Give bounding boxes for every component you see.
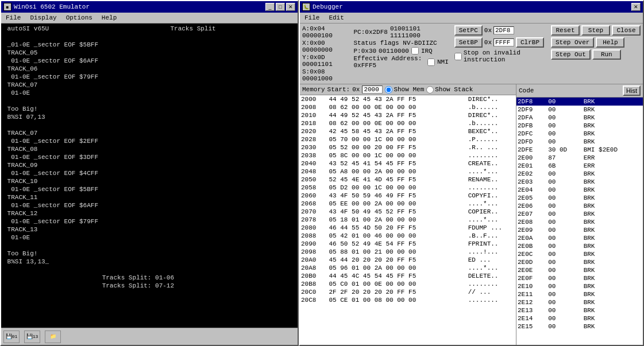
code-addr-cell: 2E15 bbox=[516, 322, 547, 331]
mem-bytes-cell: 2F 2F 20 20 20 20 FF F5 bbox=[327, 288, 466, 296]
mem-ascii-cell: .b...... bbox=[467, 103, 516, 111]
mem-addr-cell: 20A8 bbox=[300, 264, 327, 272]
show-stack-radio-label[interactable]: Show Stack bbox=[426, 86, 473, 94]
clrbp-button[interactable]: ClrBP bbox=[516, 37, 544, 48]
dbg-close-button[interactable]: ✕ bbox=[631, 3, 641, 11]
code-instr-cell: BRK bbox=[583, 306, 643, 314]
memory-row: 2018 08 62 00 00 0E 00 00 00 .b...... bbox=[300, 119, 516, 127]
reset-button[interactable]: Reset bbox=[551, 25, 580, 36]
emulator-title: WinOsi 6502 Emulator bbox=[14, 3, 90, 10]
step-button[interactable]: Step bbox=[581, 25, 610, 36]
close-main-button[interactable]: Close bbox=[612, 25, 641, 36]
mem-addr-cell: 2070 bbox=[300, 208, 327, 216]
memory-row: 2090 46 50 52 49 4E 54 FF F5 FPRINT.. bbox=[300, 240, 516, 248]
code-addr-cell: 2DF8 bbox=[516, 98, 547, 106]
mem-addr-cell: 2080 bbox=[300, 224, 327, 232]
show-mem-radio[interactable] bbox=[385, 86, 392, 94]
code-instr-cell: BRK bbox=[583, 98, 643, 106]
code-addr-cell: 2DFB bbox=[516, 122, 547, 130]
help-button[interactable]: Help bbox=[596, 37, 624, 48]
code-row: 2E06 00 BRK bbox=[516, 202, 643, 210]
irq-checkbox[interactable] bbox=[411, 47, 419, 55]
code-byte-cell: 00 bbox=[547, 114, 582, 122]
code-byte-cell: 00 bbox=[547, 314, 582, 322]
pc-label: PC:0x2DF8 bbox=[354, 29, 388, 36]
code-addr-cell: 2E0F bbox=[516, 274, 547, 282]
dbg-menu-edit[interactable]: Edit bbox=[326, 14, 346, 22]
mem-addr-cell: 2028 bbox=[300, 135, 327, 143]
mem-ascii-cell: COPYFI.. bbox=[467, 192, 516, 200]
mem-ascii-cell: ....*... bbox=[467, 216, 516, 224]
mem-ascii-cell: BEXEC*.. bbox=[467, 127, 516, 135]
emu-menu-options[interactable]: Options bbox=[64, 14, 95, 22]
drive-icon[interactable]: 📁 bbox=[45, 331, 61, 343]
nmi-checkbox[interactable] bbox=[427, 59, 435, 66]
code-row: 2DFA 00 BRK bbox=[516, 114, 643, 122]
code-instr-cell: ERR bbox=[583, 154, 643, 162]
code-addr-cell: 2E07 bbox=[516, 210, 547, 218]
code-byte-cell: 00 bbox=[547, 306, 582, 314]
hist-button[interactable]: Hist bbox=[623, 85, 641, 96]
show-mem-radio-label[interactable]: Show Mem bbox=[385, 86, 424, 94]
code-addr-cell: 2DFE bbox=[516, 146, 547, 154]
disk2-icon[interactable]: 💾13 bbox=[24, 331, 40, 343]
run-button[interactable]: Run bbox=[592, 49, 621, 60]
debugger-titlebar: 🐛 Debugger ✕ bbox=[300, 1, 643, 13]
stepout-button[interactable]: Step Out bbox=[551, 49, 591, 60]
code-row: 2E01 6B ERR bbox=[516, 162, 643, 170]
setpc-input[interactable] bbox=[493, 26, 514, 34]
maximize-button[interactable]: □ bbox=[276, 3, 285, 11]
stepover-button[interactable]: Step Over bbox=[551, 37, 594, 48]
memory-table-wrapper[interactable]: 2000 44 49 52 45 43 2A FF F5 DIREC*.. 20… bbox=[300, 95, 516, 345]
mem-ascii-cell: ........ bbox=[467, 184, 516, 192]
code-row: 2E11 00 BRK bbox=[516, 290, 643, 298]
code-byte-cell: 00 bbox=[547, 290, 582, 298]
minimize-button[interactable]: _ bbox=[265, 3, 275, 11]
code-instr-cell: BRK bbox=[583, 122, 643, 130]
setbp-button[interactable]: SetBP bbox=[454, 37, 483, 48]
code-row: 2E0A 00 BRK bbox=[516, 234, 643, 242]
code-row: 2E0D 00 BRK bbox=[516, 258, 643, 266]
code-instr-cell: BRK bbox=[583, 250, 643, 258]
code-byte-cell: 30 0D bbox=[547, 146, 582, 154]
code-byte-cell: 00 bbox=[547, 282, 582, 290]
code-instr-cell: BRK bbox=[583, 322, 643, 331]
disk1-icon[interactable]: 💾01 bbox=[3, 331, 20, 343]
close-button[interactable]: ✕ bbox=[286, 3, 295, 11]
code-byte-cell: 00 bbox=[547, 234, 582, 242]
emu-menu-help[interactable]: Help bbox=[99, 14, 119, 22]
code-addr-cell: 2E02 bbox=[516, 170, 547, 178]
mem-addr-cell: 2008 bbox=[300, 103, 327, 111]
memory-row: 2050 52 45 4E 41 4D 45 FF F5 RENAME.. bbox=[300, 176, 516, 184]
pc-row: PC:0x2DF8 01001101 11111000 bbox=[354, 25, 449, 39]
stop-invalid-checkbox[interactable] bbox=[454, 53, 462, 60]
code-toolbar: Code Hist bbox=[516, 84, 643, 98]
code-byte-cell: 00 bbox=[547, 138, 582, 146]
mem-bytes-cell: 05 70 00 00 1C 00 00 00 bbox=[327, 135, 466, 143]
memory-row: 2038 05 8C 00 00 1C 00 00 00 ........ bbox=[300, 151, 516, 160]
show-stack-radio[interactable] bbox=[426, 86, 434, 94]
setbp-input[interactable] bbox=[493, 38, 514, 46]
memory-panel: Memory Start: 0x Show Mem Show Stack 200… bbox=[300, 84, 516, 345]
mem-bytes-cell: 05 42 01 00 46 00 00 00 bbox=[327, 232, 466, 240]
dbg-menu-file[interactable]: File bbox=[302, 14, 322, 22]
code-instr-cell: BRK bbox=[583, 194, 643, 202]
memory-start-input[interactable] bbox=[362, 85, 383, 94]
mem-ascii-cell: DIREC*.. bbox=[467, 111, 516, 119]
mem-ascii-cell: .P...... bbox=[467, 135, 516, 143]
memory-row: 2008 08 62 00 00 0E 00 00 00 .b...... bbox=[300, 103, 516, 111]
mem-ascii-cell: ........ bbox=[467, 296, 516, 304]
code-table-wrapper[interactable]: 2DF8 00 BRK 2DF9 00 BRK 2DFA 00 BRK 2DFB… bbox=[516, 98, 643, 345]
mem-bytes-cell: 05 EE 00 00 2A 00 00 00 bbox=[327, 200, 466, 208]
code-row: 2E0B 00 BRK bbox=[516, 242, 643, 250]
stop-invalid-row: Stop on invalid instruction bbox=[454, 49, 544, 63]
code-instr-cell: BRK bbox=[583, 218, 643, 226]
setpc-button[interactable]: SetPC bbox=[454, 25, 483, 36]
code-row: 2E0E 00 BRK bbox=[516, 266, 643, 274]
code-panel: Code Hist 2DF8 00 BRK 2DF9 00 BRK 2DFA 0… bbox=[516, 84, 643, 345]
emu-menu-file[interactable]: File bbox=[3, 14, 23, 22]
mem-addr-cell: 2090 bbox=[300, 240, 327, 248]
emu-menu-display[interactable]: Display bbox=[28, 14, 59, 22]
debugger-icon: 🐛 bbox=[302, 3, 310, 11]
setbp-row: SetBP 0x ClrBP bbox=[454, 37, 544, 48]
